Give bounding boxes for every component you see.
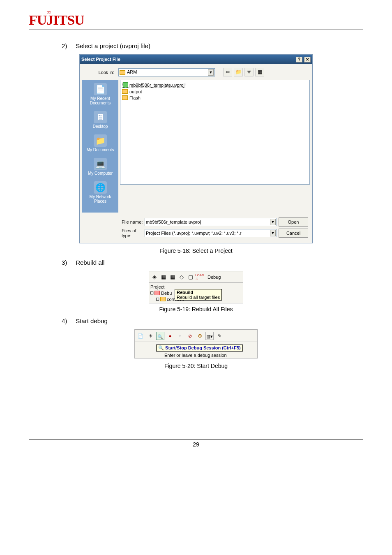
place-computer[interactable]: 💻My Computer [83, 158, 118, 176]
tooltip-sub: Rebuild all target files [177, 295, 220, 300]
filename-label: File name: [120, 220, 145, 224]
dialog-footer: File name: mb9bf506r_template.uvproj ▼ O… [80, 215, 312, 243]
chevron-down-icon[interactable]: ▼ [270, 219, 276, 225]
target-icon [154, 291, 160, 295]
step-4: 4) Start debug [62, 317, 363, 324]
chevron-down-icon[interactable]: ▼ [270, 230, 276, 236]
open-button[interactable]: Open [279, 217, 308, 227]
rebuild-snippet: ◈ ▦ ▦ ◇ ▢ LOAD↓↓ Debug Project Rebuild R… [149, 271, 243, 303]
network-icon: 🌐 [94, 181, 107, 194]
place-network[interactable]: 🌐My Network Places [83, 181, 118, 204]
filename-value: mb9bf506r_template.uvproj [146, 220, 201, 224]
page-footer: 29 [29, 439, 363, 448]
lookin-value: ARM [127, 69, 137, 74]
place-label: My Recent Documents [83, 96, 118, 105]
folder-icon [160, 297, 166, 301]
file-item[interactable]: output [122, 88, 308, 95]
place-recent[interactable]: 📄My Recent Documents [83, 83, 118, 105]
lookin-label: Look in: [82, 70, 117, 75]
tree-expander-icon[interactable]: ⊟ [150, 290, 153, 296]
tool-icon[interactable]: ✎ [215, 332, 224, 340]
disabled-breakpoint-icon[interactable]: ○ [176, 332, 184, 340]
tooltip-sub: Enter or leave a debug session [163, 352, 257, 358]
tool-icon[interactable]: ✳ [146, 332, 154, 340]
recent-icon: 📄 [94, 83, 107, 95]
debug-session-icon[interactable]: 🔍 [156, 332, 164, 340]
config-combo[interactable]: Debug [208, 275, 221, 280]
places-bar: 📄My Recent Documents 🖥Desktop 📁My Docume… [82, 80, 118, 213]
dialog-body: 📄My Recent Documents 🖥Desktop 📁My Docume… [80, 79, 312, 215]
breakpoint-icon[interactable]: ● [166, 332, 174, 340]
up-one-level-button[interactable]: 📁 [234, 68, 243, 76]
folder-icon [122, 95, 128, 100]
batch-icon[interactable]: ◇ [178, 273, 186, 281]
tree-label: Debu [161, 291, 172, 296]
folder-icon [122, 89, 128, 94]
logo-text: FUJITSU [29, 12, 84, 28]
place-label: My Network Places [83, 194, 118, 204]
step-num: 2) [62, 42, 74, 49]
logo-infinity-icon: ∞ [47, 9, 51, 16]
documents-icon: 📁 [94, 134, 107, 147]
clear-breakpoints-icon[interactable]: ⊘ [186, 332, 194, 340]
filename-input[interactable]: mb9bf506r_template.uvproj ▼ [145, 218, 277, 226]
dialog-title: Select Project File [81, 55, 120, 64]
source-icon[interactable]: 📄 [136, 332, 145, 340]
tooltip-title: Start/Stop Debug Session (Ctrl+F5) [165, 345, 241, 350]
lookin-row: Look in: ARM ▼ ⇦ 📁 ✳ ▦ [80, 64, 312, 79]
debug-tooltip: 🔍 Start/Stop Debug Session (Ctrl+F5) [156, 345, 243, 352]
project-panel: Project Rebuild Rebuild all target files… [149, 283, 243, 303]
step-num: 4) [62, 317, 74, 324]
back-button[interactable]: ⇦ [223, 68, 232, 76]
new-folder-button[interactable]: ✳ [244, 68, 254, 76]
tooltip-title: Rebuild [177, 290, 193, 295]
view-menu-button[interactable]: ▦ [255, 68, 264, 76]
filetype-value: Project Files (*.uvproj; *.uvmpw; *.uv2;… [146, 231, 241, 236]
place-label: Desktop [83, 124, 118, 129]
ide-toolbar: ◈ ▦ ▦ ◇ ▢ LOAD↓↓ Debug [149, 271, 243, 283]
place-documents[interactable]: 📁My Documents [83, 134, 118, 152]
translate-icon[interactable]: ◈ [150, 273, 159, 281]
debug-tooltip-icon: 🔍 [158, 345, 164, 350]
close-button[interactable]: ✕ [304, 57, 311, 62]
fujitsu-logo: ∞ FUJITSU [29, 12, 84, 28]
page-number: 29 [193, 441, 199, 448]
step-2: 2) Select a project (uvproj file) [62, 42, 363, 49]
rebuild-icon[interactable]: ▦ [168, 273, 177, 281]
stop-icon[interactable]: ▢ [187, 273, 195, 281]
file-list[interactable]: mb9bf506r_template.uvproj output Flash [120, 80, 310, 185]
debug-snippet: 📄 ✳ 🔍 ● ○ ⊘ ✪ ▥▾ ✎ 🔍 Start/Stop Debug Se… [134, 329, 258, 358]
chevron-down-icon[interactable]: ▼ [208, 69, 214, 76]
rebuild-tooltip: Rebuild Rebuild all target files [175, 289, 222, 301]
tree-expander-icon[interactable]: ⊟ [156, 296, 159, 302]
breakpoint-settings-icon[interactable]: ✪ [196, 332, 204, 340]
file-name: mb9bf506r_template.uvproj [129, 83, 184, 88]
select-project-dialog: Select Project File ? ✕ Look in: ARM ▼ ⇦… [79, 54, 313, 243]
filetype-combo[interactable]: Project Files (*.uvproj; *.uvmpw; *.uv2;… [145, 229, 277, 237]
desktop-icon: 🖥 [94, 111, 107, 123]
step-num: 3) [62, 259, 74, 266]
help-button[interactable]: ? [296, 57, 302, 62]
file-item-selected[interactable]: mb9bf506r_template.uvproj [122, 82, 185, 88]
figure-caption-2: Figure 5-19: Rebuild All Files [29, 306, 363, 312]
header-bar: ∞ FUJITSU [29, 12, 363, 30]
step-text: Rebuild all [76, 259, 104, 266]
lookin-combo[interactable]: ARM ▼ [118, 68, 215, 76]
step-text: Select a project (uvproj file) [76, 42, 150, 49]
step-text: Start debug [76, 317, 108, 324]
computer-icon: 💻 [94, 158, 107, 170]
debug-toolbar: 📄 ✳ 🔍 ● ○ ⊘ ✪ ▥▾ ✎ [135, 330, 257, 342]
place-label: My Computer [83, 171, 118, 176]
cancel-button[interactable]: Cancel [279, 229, 308, 238]
dialog-titlebar: Select Project File ? ✕ [80, 55, 312, 64]
figure-caption-1: Figure 5-18: Select a Project [29, 247, 363, 254]
build-icon[interactable]: ▦ [159, 273, 168, 281]
window-layout-icon[interactable]: ▥▾ [205, 332, 214, 340]
place-desktop[interactable]: 🖥Desktop [83, 111, 118, 129]
file-name: Flash [129, 95, 141, 100]
folder-icon [120, 70, 125, 75]
project-file-icon [123, 82, 128, 88]
file-name: output [129, 89, 142, 94]
file-item[interactable]: Flash [122, 95, 308, 101]
download-icon[interactable]: LOAD↓↓ [196, 273, 204, 281]
